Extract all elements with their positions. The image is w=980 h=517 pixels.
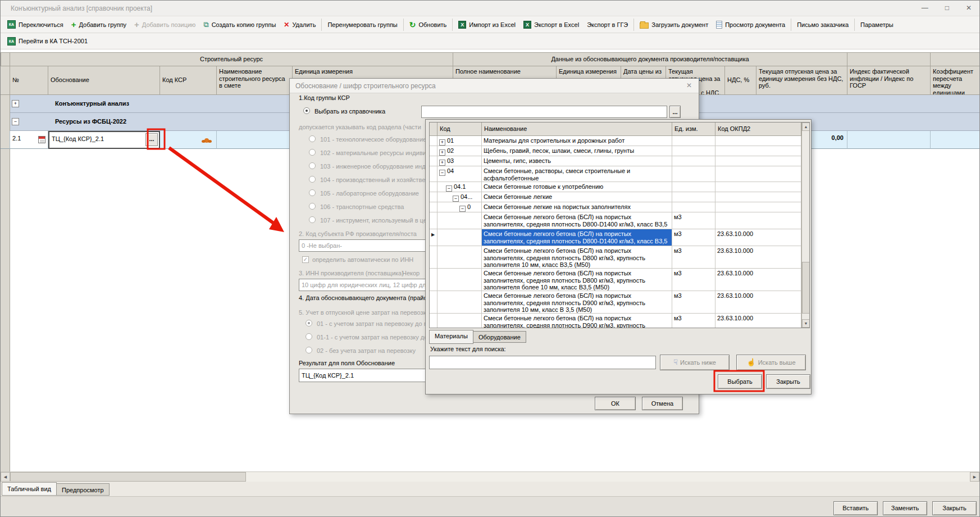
refresh-icon bbox=[409, 21, 416, 28]
current-row-arrow-icon: ▶ bbox=[431, 232, 435, 237]
refresh-button[interactable]: Обновить bbox=[405, 20, 451, 30]
radio-102 bbox=[309, 149, 316, 156]
collapse-icon[interactable]: − bbox=[453, 196, 459, 202]
annotation-arrow-head bbox=[269, 217, 284, 232]
tab-preview[interactable]: Предпросмотр bbox=[56, 483, 110, 496]
plus-disabled-icon bbox=[134, 21, 139, 28]
collapse-icon[interactable]: − bbox=[446, 185, 452, 192]
tab-table-view[interactable]: Табличный вид bbox=[2, 482, 57, 496]
item-name-cell[interactable] bbox=[217, 131, 293, 149]
tree-row-selected[interactable]: ▶ Смеси бетонные легкого бетона (БСЛ) на… bbox=[430, 229, 801, 246]
scroll-left-icon[interactable]: ◀ bbox=[1, 472, 10, 482]
tree-row[interactable]: −04 Смеси бетонные, растворы, смеси стро… bbox=[430, 166, 801, 182]
expand-icon[interactable]: + bbox=[439, 160, 445, 166]
tree-row[interactable]: Смеси бетонные легкого бетона (БСЛ) на п… bbox=[430, 314, 801, 328]
parameters-button[interactable]: Параметры bbox=[856, 20, 897, 30]
view-document-button[interactable]: Просмотр документа bbox=[712, 19, 789, 30]
go-to-ka-tsn-button[interactable]: Перейти в КА ТСН-2001 bbox=[3, 35, 92, 47]
horizontal-scrollbar[interactable]: ◀ ▶ bbox=[1, 471, 979, 482]
toolbar-separator bbox=[854, 19, 855, 31]
tab-materials[interactable]: Материалы bbox=[429, 330, 473, 344]
header-resource-name: Наименование строительного ресурса в сме… bbox=[217, 66, 293, 95]
radio-delivery-01 bbox=[306, 320, 312, 326]
price-doc-icon bbox=[38, 136, 45, 143]
main-toolbar: Переключиться Добавить группу Добавить п… bbox=[1, 16, 979, 33]
tab-equipment[interactable]: Оборудование bbox=[473, 331, 526, 343]
collapse-icon[interactable]: − bbox=[12, 118, 19, 125]
radio-delivery-01-1 bbox=[306, 333, 312, 340]
band-empty bbox=[847, 52, 931, 66]
search-input[interactable] bbox=[429, 356, 656, 369]
add-position-button: Добавить позицию bbox=[130, 20, 199, 30]
maximize-button[interactable]: □ bbox=[945, 4, 949, 12]
radio-105-label: 105 - лабораторное оборудование bbox=[320, 190, 419, 197]
cancel-button[interactable]: Отмена bbox=[642, 397, 683, 410]
minimize-button[interactable]: — bbox=[922, 4, 928, 12]
ok-button[interactable]: ОК bbox=[595, 397, 636, 410]
find-down-button[interactable]: ☟Искать ниже bbox=[660, 355, 730, 370]
collapse-icon[interactable]: − bbox=[439, 170, 445, 176]
tree-row[interactable]: Смеси бетонные легкого бетона (БСЛ) на п… bbox=[430, 291, 801, 314]
item-index-cell[interactable] bbox=[847, 131, 931, 149]
find-up-button[interactable]: ☝Искать выше bbox=[736, 355, 806, 370]
ksr-code-more-button[interactable]: ... bbox=[669, 106, 681, 118]
delete-button[interactable]: Удалить bbox=[280, 19, 320, 30]
replace-button[interactable]: Заменить bbox=[883, 501, 927, 515]
radio-107-label: 107 - инструмент, используемый в целя bbox=[320, 217, 434, 224]
tree-row[interactable]: −04.1 Смеси бетонные готовые к употребле… bbox=[430, 182, 801, 192]
close-bottom-button[interactable]: Закрыть bbox=[932, 501, 977, 515]
scrollbar-thumb[interactable] bbox=[10, 472, 246, 482]
toolbar-separator bbox=[403, 19, 404, 31]
renumber-groups-button[interactable]: Перенумеровать группы bbox=[323, 20, 401, 30]
upload-folder-icon bbox=[640, 22, 649, 29]
tree-row[interactable]: Смеси бетонные легкого бетона (БСЛ) на п… bbox=[430, 269, 801, 291]
radio-from-catalog[interactable] bbox=[303, 107, 310, 114]
expand-icon[interactable]: + bbox=[439, 139, 445, 146]
tree-row[interactable]: −04... Смеси бетонные легкие bbox=[430, 192, 801, 202]
view-tab-bar: Табличный вид Предпросмотр bbox=[1, 482, 979, 496]
customer-letter-button[interactable]: Письмо заказчика bbox=[793, 20, 853, 30]
tree-row[interactable]: Смеси бетонные легкого бетона (БСЛ) на п… bbox=[430, 246, 801, 269]
select-button[interactable]: Выбрать bbox=[718, 374, 762, 389]
header-vat-percent: НДС, % bbox=[725, 66, 756, 95]
dialog-close-icon[interactable]: ✕ bbox=[684, 81, 694, 90]
tree-vertical-scrollbar[interactable]: ▲ ▼ bbox=[801, 123, 810, 328]
copy-group-button[interactable]: Создать копию группы bbox=[199, 20, 280, 30]
scroll-down-icon[interactable]: ▼ bbox=[802, 319, 810, 328]
tree-row[interactable]: −0 Смеси бетонные легкие на пористых зап… bbox=[430, 202, 801, 212]
scroll-up-icon[interactable]: ▲ bbox=[802, 123, 810, 131]
item-coef-cell[interactable] bbox=[931, 131, 980, 149]
tree-row[interactable]: +03 Цементы, гипс, известь bbox=[430, 156, 801, 166]
point-down-icon: ☟ bbox=[673, 358, 678, 366]
item-ksr-cell[interactable] bbox=[160, 131, 217, 149]
expand-icon[interactable]: + bbox=[12, 100, 19, 107]
tree-row[interactable]: +02 Щебень, гравий, песок, шлаки, смеси,… bbox=[430, 146, 801, 156]
insert-button[interactable]: Вставить bbox=[833, 501, 878, 515]
load-document-button[interactable]: Загрузить документ bbox=[636, 19, 712, 30]
excel-icon bbox=[458, 21, 466, 29]
tree-row[interactable]: +01 Материалы для строительных и дорожны… bbox=[430, 136, 801, 146]
item-justification-cell[interactable]: ТЦ_{Код КСР}_2.1... bbox=[48, 131, 160, 149]
switch-button[interactable]: Переключиться bbox=[3, 19, 67, 30]
tree-scrollbar-thumb[interactable] bbox=[802, 262, 810, 314]
tree-row[interactable]: Смеси бетонные легкого бетона (БСЛ) на п… bbox=[430, 212, 801, 229]
justification-more-button[interactable]: ... bbox=[145, 133, 158, 146]
radio-delivery-02-label: 02 - без учета затрат на перевозку bbox=[317, 347, 416, 354]
expand-icon[interactable]: + bbox=[439, 149, 445, 156]
ksr-group-code-input[interactable] bbox=[421, 106, 667, 118]
radio-delivery-01-label: 01 - с учетом затрат на перевозку до пр bbox=[317, 320, 431, 327]
export-excel-button[interactable]: Экспорт в Excel bbox=[519, 19, 583, 30]
tree-header-name: Наименование bbox=[482, 123, 672, 136]
plus-icon bbox=[71, 21, 76, 28]
close-button[interactable]: ✕ bbox=[966, 4, 972, 12]
row-indicator-column bbox=[1, 95, 10, 471]
export-gge-button[interactable]: Экспорт в ГГЭ bbox=[583, 20, 632, 30]
collapse-icon[interactable]: − bbox=[459, 206, 466, 212]
ka-icon bbox=[7, 20, 16, 29]
import-excel-button[interactable]: Импорт из Excel bbox=[454, 19, 519, 30]
scroll-right-icon[interactable]: ▶ bbox=[970, 472, 979, 482]
document-view-icon bbox=[716, 21, 722, 29]
radio-101 bbox=[309, 135, 316, 142]
close-catalog-button[interactable]: Закрыть bbox=[766, 374, 810, 389]
add-group-button[interactable]: Добавить группу bbox=[67, 20, 130, 30]
